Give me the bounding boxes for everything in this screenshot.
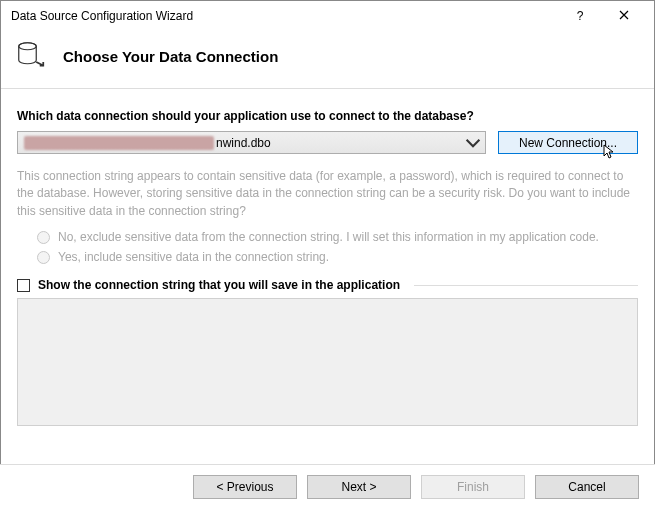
connection-selected-text: nwind.dbo (216, 136, 271, 150)
sensitive-data-text: This connection string appears to contai… (17, 168, 638, 220)
show-connection-string-checkbox[interactable] (17, 279, 30, 292)
radio-icon (37, 251, 50, 264)
chevron-down-icon (465, 135, 481, 151)
new-connection-button[interactable]: New Connection... (498, 131, 638, 154)
cancel-button[interactable]: Cancel (535, 475, 639, 499)
finish-button: Finish (421, 475, 525, 499)
help-icon: ? (577, 9, 584, 23)
window-title: Data Source Configuration Wizard (11, 9, 558, 23)
previous-button[interactable]: < Previous (193, 475, 297, 499)
radio-exclude-label: No, exclude sensitive data from the conn… (58, 230, 599, 244)
prompt-label: Which data connection should your applic… (17, 109, 638, 123)
page-heading: Choose Your Data Connection (63, 48, 278, 65)
close-button[interactable] (602, 2, 646, 30)
radio-include-label: Yes, include sensitive data in the conne… (58, 250, 329, 264)
radio-exclude-sensitive: No, exclude sensitive data from the conn… (37, 230, 638, 244)
radio-include-sensitive: Yes, include sensitive data in the conne… (37, 250, 638, 264)
database-icon (17, 41, 45, 72)
close-icon (619, 9, 629, 23)
connection-string-box (17, 298, 638, 426)
redacted-connection-prefix (24, 136, 214, 150)
connection-dropdown[interactable]: nwind.dbo (17, 131, 486, 154)
new-connection-label: New Connection... (519, 136, 617, 150)
content-area: Which data connection should your applic… (1, 89, 654, 434)
radio-icon (37, 231, 50, 244)
wizard-footer: < Previous Next > Finish Cancel (0, 464, 655, 508)
connection-row: nwind.dbo New Connection... (17, 131, 638, 154)
wizard-header: Choose Your Data Connection (1, 31, 654, 89)
help-button[interactable]: ? (558, 2, 602, 30)
separator-line (414, 285, 638, 286)
show-connection-string-row: Show the connection string that you will… (17, 278, 638, 292)
show-connection-string-label: Show the connection string that you will… (38, 278, 400, 292)
titlebar: Data Source Configuration Wizard ? (1, 1, 654, 31)
next-button[interactable]: Next > (307, 475, 411, 499)
